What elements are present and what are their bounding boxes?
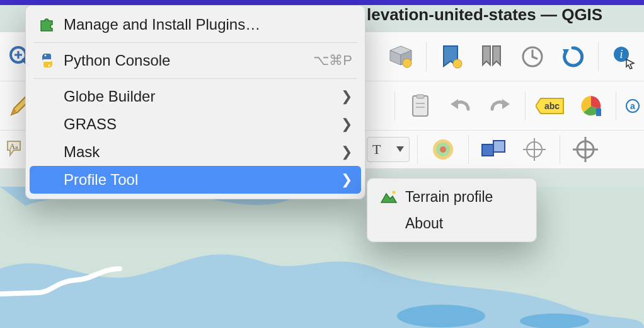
- info-cursor-icon: i: [611, 44, 636, 69]
- toolbar-separator: [560, 135, 560, 164]
- svg-text:a: a: [630, 101, 635, 111]
- chevron-right-icon: ❯: [341, 116, 352, 132]
- python-icon: [38, 52, 56, 69]
- svg-marker-18: [451, 99, 458, 109]
- crosshair-icon: [522, 137, 547, 162]
- toolbar-separator: [525, 91, 526, 120]
- offset-icon: [481, 139, 507, 160]
- toolbar-button-layer-settings[interactable]: [383, 39, 418, 74]
- menu-item-profile-tool[interactable]: Profile Tool ❯: [30, 166, 361, 194]
- toolbar-redo-button[interactable]: [483, 88, 517, 124]
- toolbar-abc-button[interactable]: abc: [533, 88, 568, 124]
- svg-rect-14: [413, 96, 428, 116]
- chevron-right-icon: ❯: [341, 172, 352, 188]
- toolbar-separator: [598, 42, 599, 71]
- toolbar-a-button[interactable]: a: [624, 88, 641, 124]
- svg-marker-19: [502, 99, 510, 109]
- toolbar-undo-button[interactable]: [442, 88, 477, 124]
- menu-label: Globe Builder: [64, 88, 336, 105]
- menu-label: Mask: [64, 143, 336, 161]
- svg-point-42: [49, 65, 50, 67]
- toolbar-piechart-button[interactable]: [573, 88, 608, 124]
- clock-icon: [520, 44, 545, 69]
- plugins-menu: Manage and Install Plugins… Python Conso…: [25, 5, 365, 199]
- svg-rect-15: [417, 95, 424, 98]
- svg-text:i: i: [619, 48, 623, 61]
- submenu-item-terrain-profile[interactable]: Terrain profile: [367, 184, 536, 210]
- annotation-icon: Aₐ: [5, 139, 26, 160]
- menu-item-mask[interactable]: Mask ❯: [26, 138, 365, 166]
- layer-gear-icon: [388, 44, 413, 69]
- toolbar-refresh-button[interactable]: [555, 39, 590, 74]
- terrain-icon: [380, 190, 398, 204]
- menu-label: Profile Tool: [64, 171, 336, 189]
- refresh-icon: [560, 44, 585, 69]
- svg-rect-22: [596, 108, 601, 116]
- menu-item-grass[interactable]: GRASS ❯: [26, 110, 365, 138]
- toolbar-paste-button[interactable]: [403, 88, 437, 124]
- menu-item-python-console[interactable]: Python Console ⌥⌘P: [26, 47, 365, 74]
- window-title: levation-united-states — QGIS: [367, 5, 602, 25]
- toolbar-crosshair-button[interactable]: [517, 132, 552, 167]
- menu-divider: [33, 42, 357, 43]
- svg-marker-26: [396, 146, 404, 152]
- menu-divider: [33, 78, 357, 79]
- submenu-label: About: [405, 215, 524, 232]
- letter-a-icon: a: [626, 97, 640, 115]
- svg-line-8: [532, 57, 537, 59]
- toolbar-separator: [616, 91, 616, 120]
- submenu-item-about[interactable]: About: [367, 210, 536, 237]
- chevron-right-icon: ❯: [341, 144, 352, 160]
- menu-item-globe-builder[interactable]: Globe Builder ❯: [26, 83, 365, 110]
- toolbar-separator: [426, 42, 427, 71]
- svg-point-40: [520, 313, 589, 328]
- menu-label: Manage and Install Plugins…: [64, 16, 352, 33]
- globe-symbol-icon: [430, 137, 456, 162]
- svg-rect-31: [493, 141, 505, 152]
- svg-point-5: [453, 59, 462, 68]
- svg-point-41: [45, 55, 47, 57]
- window-chrome-strip: [0, 0, 644, 5]
- submenu-label: Terrain profile: [405, 189, 524, 206]
- abc-label-icon: abc: [536, 97, 566, 115]
- bookmark2-icon: [479, 44, 505, 70]
- toolbar-separator: [417, 135, 418, 164]
- menu-label: GRASS: [64, 115, 336, 133]
- svg-point-4: [403, 59, 411, 67]
- toolbar-offset-button[interactable]: [476, 132, 512, 167]
- toolbar-text-button[interactable]: T: [367, 137, 410, 162]
- puzzle-icon: [38, 16, 56, 33]
- toolbar-globe-symbol-button[interactable]: [425, 132, 461, 167]
- svg-marker-43: [381, 194, 396, 202]
- paste-icon: [409, 93, 432, 119]
- menu-shortcut: ⌥⌘P: [313, 52, 352, 69]
- svg-rect-30: [482, 144, 493, 156]
- toolbar-separator: [394, 91, 395, 120]
- crosshair2-icon: [573, 137, 598, 162]
- svg-point-39: [397, 305, 485, 327]
- text-T-icon: T: [372, 141, 381, 158]
- toolbar-bookmark-button[interactable]: [434, 39, 469, 74]
- toolbar-time-button[interactable]: [515, 39, 550, 74]
- menu-label: Python Console: [64, 52, 313, 69]
- svg-text:Aₐ: Aₐ: [9, 142, 18, 151]
- toolbar-identify-button[interactable]: i: [606, 39, 641, 74]
- toolbar-bookmark2-button[interactable]: [474, 39, 510, 74]
- chevron-down-icon: [396, 146, 404, 153]
- map-canvas[interactable]: [0, 187, 644, 328]
- toolbar-crosshair2-button[interactable]: [568, 132, 603, 167]
- svg-point-29: [440, 146, 446, 153]
- toolbar-separator: [468, 135, 469, 164]
- profile-tool-submenu: Terrain profile About: [367, 178, 537, 242]
- redo-icon: [488, 97, 512, 115]
- pie-chart-icon: [578, 93, 604, 119]
- svg-text:abc: abc: [544, 101, 560, 111]
- undo-icon: [448, 97, 472, 115]
- chevron-right-icon: ❯: [341, 88, 352, 105]
- svg-point-44: [393, 191, 396, 194]
- bookmark-icon: [440, 44, 464, 70]
- menu-item-manage-plugins[interactable]: Manage and Install Plugins…: [26, 11, 365, 38]
